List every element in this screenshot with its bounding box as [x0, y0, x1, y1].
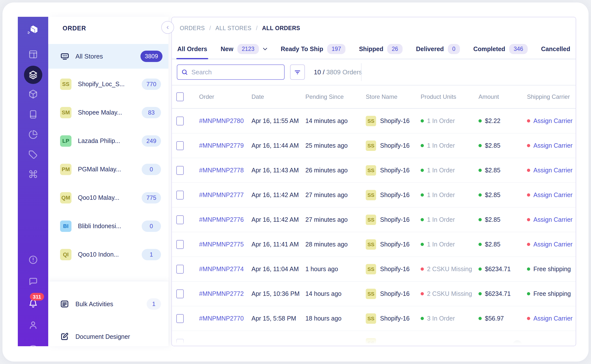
store-name: Shopify-16	[380, 117, 410, 124]
search-input[interactable]	[191, 68, 280, 76]
sidebar-item-document-designer[interactable]: Document Designer	[48, 320, 168, 353]
order-id-link[interactable]: #MNPMNP2780	[199, 117, 251, 124]
product-units-cell: 2 CSKU Missing	[421, 265, 478, 273]
rail-user-icon[interactable]	[24, 316, 42, 334]
order-id-link[interactable]: #MNPMNP2772	[199, 290, 251, 297]
rail-pie-chart-icon[interactable]	[24, 125, 42, 144]
row-checkbox[interactable]	[176, 289, 184, 298]
store-initials-badge: SS	[366, 215, 376, 225]
rail-bell-icon[interactable]: 311	[24, 295, 42, 313]
sidebar-item-store[interactable]: QMQoo10 Malay...775	[48, 183, 168, 212]
store-initials-badge: SS	[366, 190, 376, 200]
store-name: Shopify_Loc_S...	[78, 81, 142, 88]
brand-logo[interactable]	[27, 25, 40, 39]
row-checkbox[interactable]	[176, 339, 184, 346]
store-initials-badge: SS	[366, 338, 376, 346]
sidebar-item-store[interactable]: QIQoo10 Indon...1	[48, 240, 168, 269]
units-text: 2 CSKU Missing	[427, 290, 472, 297]
rail-layout-grid-icon[interactable]	[24, 45, 42, 63]
order-date: Apr 16, 11:41 AM	[251, 241, 305, 248]
tab-cancelled[interactable]: Cancelled	[541, 39, 570, 59]
row-checkbox[interactable]	[176, 215, 184, 224]
sidebar-item-store[interactable]: LPLazada Philip...249	[48, 127, 168, 155]
chevron-down-icon[interactable]	[263, 48, 267, 50]
store-name: Shopify-16	[380, 315, 410, 322]
select-all-checkbox[interactable]	[176, 92, 184, 101]
order-id-link[interactable]: #MNPMNP2775	[199, 241, 251, 248]
shipping-carrier-cell: Assign Carrier	[527, 142, 576, 149]
tab-count-pill: 346	[509, 44, 527, 54]
order-id-link[interactable]: #MNPMNP2778	[199, 167, 251, 174]
tab-ready-to-ship[interactable]: Ready To Ship197	[281, 39, 345, 59]
carrier-text[interactable]: Assign Carrier	[533, 142, 572, 149]
breadcrumb-item[interactable]: ALL STORES	[215, 25, 251, 32]
carrier-text[interactable]: Assign Carrier	[533, 167, 572, 174]
back-button[interactable]: ‹	[161, 21, 174, 34]
carrier-status-dot	[527, 243, 530, 246]
order-date: Apr 16, 11:42 AM	[251, 216, 305, 223]
sidebar-item-store[interactable]: BIBlibli Indonesi...0	[48, 212, 168, 240]
column-header: Order	[199, 93, 251, 100]
sidebar-item-store[interactable]: SSShopify_Loc_S...770	[48, 70, 168, 98]
order-id-link[interactable]: #MNPMNP2779	[199, 142, 251, 149]
sidebar-item-all-stores[interactable]: All Stores 3809	[48, 44, 168, 69]
rail-chat-bubble-icon[interactable]	[24, 272, 42, 290]
column-header: Product Units	[421, 93, 478, 100]
tab-count-pill: 2123	[237, 44, 259, 54]
store-count: 0	[142, 221, 161, 232]
rail-tag-icon[interactable]	[24, 145, 42, 163]
sidebar-item-bulk-activities[interactable]: Bulk Activities 1	[48, 288, 168, 320]
order-date: Apr 15, 10:36 PM	[251, 290, 305, 297]
rail-layers-icon[interactable]	[24, 66, 42, 84]
tab-all-orders[interactable]: All Orders	[177, 39, 207, 59]
carrier-text[interactable]: Assign Carrier	[533, 315, 572, 322]
order-date: Apr 16, 11:55 AM	[251, 117, 305, 124]
sidebar-item-store[interactable]: SMShopee Malay...83	[48, 98, 168, 127]
shipping-carrier-cell: Assign Carrier	[527, 191, 576, 199]
rail-command-icon[interactable]	[24, 165, 42, 183]
order-id-link[interactable]: #MNPMNP2774	[199, 265, 251, 273]
pending-since: 1 hours ago	[305, 265, 366, 273]
rail-notebook-icon[interactable]	[24, 105, 42, 123]
tab-completed[interactable]: Completed346	[473, 39, 528, 59]
search-box	[177, 64, 285, 80]
rail-package-icon[interactable]	[24, 85, 42, 103]
carrier-text[interactable]: Assign Carrier	[533, 117, 572, 124]
row-checkbox[interactable]	[176, 265, 184, 274]
amount-cell: $2.85	[478, 142, 527, 149]
store-name: Qoo10 Malay...	[78, 194, 142, 201]
tab-delivered[interactable]: Delivered0	[416, 39, 460, 59]
order-id-link[interactable]: #MNPMNP2777	[199, 191, 251, 199]
order-id-link[interactable]: #MNPMNP2776	[199, 216, 251, 223]
carrier-text[interactable]: Assign Carrier	[533, 216, 572, 223]
shipping-carrier-cell: Free shipping	[527, 265, 576, 273]
product-units-cell: 1 In Order	[421, 142, 478, 149]
units-status-dot	[421, 292, 424, 295]
tab-shipped[interactable]: Shipped26	[359, 39, 403, 59]
rail-alert-circle-icon[interactable]	[24, 251, 42, 269]
store-initials-badge: QI	[60, 249, 71, 260]
breadcrumb-item[interactable]: ORDERS	[180, 25, 205, 32]
tab-count-pill: 26	[387, 44, 403, 54]
tab-label: New	[221, 45, 233, 53]
carrier-status-dot	[527, 144, 530, 147]
amount-text: $2.22	[485, 117, 500, 124]
row-checkbox[interactable]	[176, 166, 184, 175]
row-checkbox[interactable]	[176, 240, 184, 249]
order-id-link[interactable]: #MNPMNP2770	[199, 315, 251, 322]
carrier-text[interactable]: Assign Carrier	[533, 191, 572, 199]
all-stores-count: 3809	[140, 51, 162, 62]
product-units-cell: 2 CSKU Missing	[421, 290, 478, 297]
column-header: Amount	[478, 93, 527, 100]
carrier-text[interactable]: Assign Carrier	[533, 241, 572, 248]
filter-button[interactable]	[290, 64, 305, 80]
sidebar-item-store[interactable]: PMPGMall Malay...0	[48, 155, 168, 183]
row-checkbox[interactable]	[176, 191, 184, 200]
units-status-dot	[421, 317, 424, 320]
row-checkbox[interactable]	[176, 314, 184, 323]
amount-cell: $2.85	[478, 241, 527, 248]
row-checkbox[interactable]	[176, 141, 184, 150]
store-cell: SSShopify-16	[366, 165, 421, 176]
tab-new[interactable]: New2123	[221, 39, 267, 59]
row-checkbox[interactable]	[176, 117, 184, 125]
